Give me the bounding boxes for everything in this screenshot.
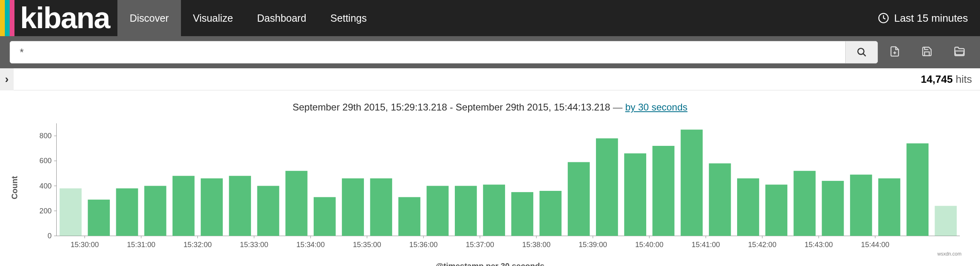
time-picker-label: Last 15 minutes [894,12,968,25]
svg-text:15:35:00: 15:35:00 [353,241,381,249]
histogram-bar[interactable] [201,178,223,236]
histogram-bar[interactable] [173,176,195,236]
interval-link[interactable]: by 30 seconds [625,102,688,113]
svg-text:15:37:00: 15:37:00 [466,241,494,249]
histogram-bar[interactable] [511,192,533,236]
nav-tabs: Discover Visualize Dashboard Settings [117,0,379,36]
svg-text:15:40:00: 15:40:00 [635,241,664,249]
svg-text:15:33:00: 15:33:00 [240,241,269,249]
logo-stripes [0,0,14,36]
logo-stripe [0,0,5,36]
histogram-bar[interactable] [116,188,138,236]
logo-stripe [5,0,10,36]
histogram-bar[interactable] [765,184,787,236]
clock-icon [878,12,889,24]
histogram-bar[interactable] [935,206,957,236]
histogram-bar[interactable] [652,146,674,236]
query-input-wrap [10,41,878,63]
histogram-bar[interactable] [483,184,505,236]
tab-dashboard[interactable]: Dashboard [245,0,318,36]
svg-text:15:38:00: 15:38:00 [522,241,551,249]
hits-count: 14,745 [921,73,953,85]
histogram-bar[interactable] [850,175,872,236]
svg-text:15:36:00: 15:36:00 [409,241,438,249]
x-axis-label: @timestamp per 30 seconds [0,260,980,266]
hits-text: 14,745 hits [913,73,980,86]
svg-text:15:34:00: 15:34:00 [296,241,325,249]
histogram-bar[interactable] [342,178,364,236]
svg-text:15:41:00: 15:41:00 [692,241,720,249]
histogram-bar[interactable] [822,181,844,236]
time-range-text: September 29th 2015, 15:29:13.218 - Sept… [292,102,610,113]
svg-text:200: 200 [39,207,51,215]
time-picker[interactable]: Last 15 minutes [866,0,980,36]
search-icon [857,47,867,57]
svg-text:600: 600 [39,157,51,165]
time-range-caption: September 29th 2015, 15:29:13.218 - Sept… [0,90,980,115]
svg-text:400: 400 [39,182,51,190]
svg-point-1 [858,48,864,54]
histogram-bar[interactable] [624,153,646,236]
svg-text:15:30:00: 15:30:00 [70,241,99,249]
chevron-right-icon: › [5,73,8,86]
histogram-chart: Count 020040060080015:30:0015:31:0015:32… [32,119,964,256]
histogram-bar[interactable] [286,171,308,236]
tab-settings[interactable]: Settings [318,0,379,36]
brand-logo: kibana [0,0,117,36]
brand-name: kibana [20,0,109,36]
tab-discover[interactable]: Discover [117,0,181,36]
histogram-bar[interactable] [793,171,816,236]
histogram-bar[interactable] [370,178,392,236]
folder-open-icon [953,46,966,57]
action-icons [889,46,970,59]
save-search-button[interactable] [921,46,933,59]
histogram-bar[interactable] [60,188,82,236]
file-plus-icon [889,46,900,57]
histogram-bar[interactable] [399,197,421,236]
histogram-bar[interactable] [88,200,110,236]
svg-text:15:32:00: 15:32:00 [183,241,212,249]
histogram-bar[interactable] [427,186,449,236]
histogram-bar[interactable] [681,130,703,236]
chart-svg: 020040060080015:30:0015:31:0015:32:0015:… [32,119,964,256]
histogram-bar[interactable] [568,162,590,236]
svg-text:15:39:00: 15:39:00 [579,241,607,249]
histogram-bar[interactable] [455,186,477,236]
histogram-bar[interactable] [229,176,251,236]
new-search-button[interactable] [889,46,900,59]
histogram-bar[interactable] [257,186,279,236]
histogram-bar[interactable] [737,178,759,236]
caption-separator: — [613,102,623,113]
histogram-bar[interactable] [878,178,900,236]
hits-row: › 14,745 hits [0,68,980,90]
svg-text:800: 800 [39,132,51,140]
svg-text:0: 0 [47,232,51,240]
svg-text:15:42:00: 15:42:00 [748,241,777,249]
histogram-bar[interactable] [709,164,731,236]
search-button[interactable] [845,41,877,63]
save-icon [921,46,933,57]
histogram-bar[interactable] [596,138,618,236]
histogram-bar[interactable] [540,191,562,236]
logo-stripe [10,0,14,36]
histogram-bar[interactable] [314,197,336,236]
main-navbar: kibana Discover Visualize Dashboard Sett… [0,0,980,36]
watermark: wsxdn.com [937,251,962,257]
svg-text:15:43:00: 15:43:00 [805,241,833,249]
hits-label: hits [956,73,972,85]
svg-line-2 [863,53,866,56]
query-input[interactable] [10,41,845,63]
svg-text:15:31:00: 15:31:00 [127,241,156,249]
y-axis-label: Count [10,176,19,199]
histogram-bar[interactable] [906,143,929,236]
open-search-button[interactable] [953,46,966,59]
histogram-bar[interactable] [144,186,166,236]
svg-text:15:44:00: 15:44:00 [861,241,890,249]
tab-visualize[interactable]: Visualize [181,0,245,36]
toggle-sidebar-button[interactable]: › [0,68,14,90]
